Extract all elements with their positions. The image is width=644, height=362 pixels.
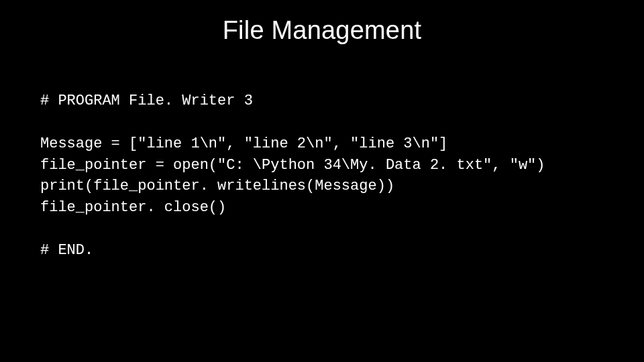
code-line-4: file_pointer. close() — [40, 199, 226, 216]
slide-title: File Management — [40, 16, 604, 45]
code-line-2: file_pointer = open("C: \Python 34\My. D… — [40, 157, 545, 174]
code-line-1: Message = ["line 1\n", "line 2\n", "line… — [40, 135, 447, 152]
code-block: # PROGRAM File. Writer 3 Message = ["lin… — [40, 69, 604, 261]
code-comment-top: # PROGRAM File. Writer 3 — [40, 93, 253, 109]
slide: File Management # PROGRAM File. Writer 3… — [0, 0, 644, 362]
code-line-3: print(file_pointer. writelines(Message)) — [40, 178, 394, 194]
code-comment-end: # END. — [40, 242, 93, 259]
